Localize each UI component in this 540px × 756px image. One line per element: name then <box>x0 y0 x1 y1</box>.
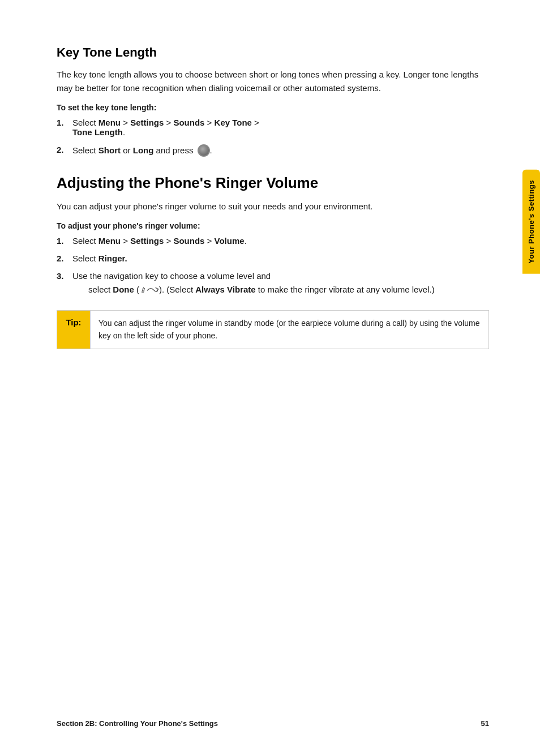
section-ringer-volume: Adjusting the Phone's Ringer Volume You … <box>57 174 489 297</box>
step-content-1-1: Select Menu > Settings > Sounds > Key To… <box>72 118 489 137</box>
instruction-label-2: To adjust your phone's ringer volume: <box>57 221 489 230</box>
tip-box: Tip: You can adjust the ringer volume in… <box>57 310 489 349</box>
steps-list-2: 1. Select Menu > Settings > Sounds > Vol… <box>57 236 489 297</box>
step-content-1-2: Select Short or Long and press . <box>72 145 489 157</box>
section-description-2: You can adjust your phone's ringer volum… <box>57 200 489 213</box>
instruction-label-1: To set the key tone length: <box>57 103 489 112</box>
step-content-2-1: Select Menu > Settings > Sounds > Volume… <box>72 236 489 246</box>
step-number-1-1: 1. <box>57 118 72 127</box>
footer-left: Section 2B: Controlling Your Phone's Set… <box>57 719 218 728</box>
step-1-2: 2. Select Short or Long and press . <box>57 145 489 157</box>
step-2-2: 2. Select Ringer. <box>57 254 489 263</box>
step-content-2-2: Select Ringer. <box>72 254 489 263</box>
step-number-2-1: 1. <box>57 236 72 246</box>
done-icon: 📱︎ <box>139 285 147 297</box>
tip-content: You can adjust the ringer volume in stan… <box>90 311 488 349</box>
step-2-3: 3. Use the navigation key to choose a vo… <box>57 271 489 297</box>
section-title-1: Key Tone Length <box>57 45 489 60</box>
section-key-tone-length: Key Tone Length The key tone length allo… <box>57 45 489 157</box>
side-tab-text: Your Phone's Settings <box>527 180 535 264</box>
page-container: Key Tone Length The key tone length allo… <box>0 0 540 756</box>
done-svg-icon <box>147 285 159 295</box>
footer-right: 51 <box>481 719 489 728</box>
step-number-2-3: 3. <box>57 271 72 281</box>
nav-icon <box>198 144 210 157</box>
tip-label: Tip: <box>57 311 90 349</box>
step-2-1: 1. Select Menu > Settings > Sounds > Vol… <box>57 236 489 246</box>
steps-list-1: 1. Select Menu > Settings > Sounds > Key… <box>57 118 489 157</box>
sub-step-2-3: select Done (📱︎). (Select Always Vibrate… <box>88 283 489 297</box>
footer: Section 2B: Controlling Your Phone's Set… <box>57 719 489 728</box>
section-title-2: Adjusting the Phone's Ringer Volume <box>57 174 489 192</box>
side-tab: Your Phone's Settings <box>522 170 540 274</box>
step-number-2-2: 2. <box>57 254 72 263</box>
step-content-2-3: Use the navigation key to choose a volum… <box>72 271 489 297</box>
step-1-1: 1. Select Menu > Settings > Sounds > Key… <box>57 118 489 137</box>
section-description-1: The key tone length allows you to choose… <box>57 68 489 95</box>
step-number-1-2: 2. <box>57 145 72 154</box>
